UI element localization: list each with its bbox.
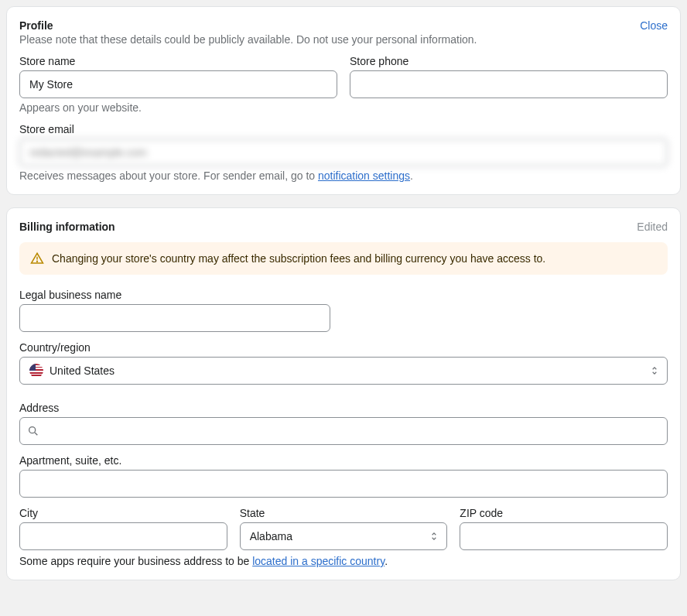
profile-title: Profile	[19, 19, 477, 32]
country-location-link[interactable]: located in a specific country	[252, 555, 385, 567]
store-email-label: Store email	[19, 123, 668, 135]
store-phone-field: Store phone	[350, 55, 668, 114]
zip-field: ZIP code	[460, 507, 668, 550]
billing-title: Billing information	[19, 221, 115, 233]
billing-note-suffix: .	[385, 555, 388, 567]
address-input[interactable]	[19, 417, 668, 445]
country-field: Country/region United States	[19, 341, 668, 385]
chevron-updown-icon	[649, 365, 660, 376]
city-label: City	[19, 507, 227, 519]
billing-note: Some apps require your business address …	[19, 555, 668, 567]
address-field: Address	[19, 402, 668, 445]
zip-label: ZIP code	[460, 507, 668, 519]
legal-name-input[interactable]	[19, 304, 330, 332]
billing-card: Billing information Edited Changing your…	[6, 207, 681, 580]
svg-line-3	[35, 433, 37, 435]
legal-name-label: Legal business name	[19, 289, 330, 301]
store-name-help: Appears on your website.	[19, 101, 337, 114]
profile-subtitle: Please note that these details could be …	[19, 33, 477, 46]
zip-input[interactable]	[460, 522, 668, 550]
svg-point-2	[29, 427, 36, 433]
billing-alert-text: Changing your store's country may affect…	[52, 252, 545, 265]
profile-card: Profile Please note that these details c…	[6, 6, 681, 195]
state-label: State	[240, 507, 448, 519]
store-email-input[interactable]	[19, 139, 668, 166]
state-select-wrap: Alabama	[240, 522, 448, 550]
store-email-field: Store email Receives messages about your…	[19, 123, 668, 182]
address-input-wrap	[19, 417, 668, 445]
city-input[interactable]	[19, 522, 227, 550]
store-email-help-suffix: .	[410, 169, 413, 182]
profile-row-1: Store name Appears on your website. Stor…	[19, 55, 668, 123]
store-email-help: Receives messages about your store. For …	[19, 169, 668, 182]
billing-alert: Changing your store's country may affect…	[19, 242, 668, 275]
svg-point-1	[37, 261, 38, 262]
state-select[interactable]: Alabama	[240, 522, 448, 550]
profile-header-left: Profile Please note that these details c…	[19, 19, 477, 55]
billing-note-prefix: Some apps require your business address …	[19, 555, 252, 567]
store-phone-label: Store phone	[350, 55, 668, 67]
state-field: State Alabama	[240, 507, 448, 550]
search-icon	[27, 425, 39, 437]
notification-settings-link[interactable]: notification settings	[318, 169, 410, 182]
store-name-label: Store name	[19, 55, 337, 67]
close-link[interactable]: Close	[640, 19, 668, 32]
address-label: Address	[19, 402, 668, 414]
country-select[interactable]: United States	[19, 357, 668, 385]
store-phone-input[interactable]	[350, 70, 668, 98]
state-value: Alabama	[250, 530, 292, 542]
apartment-field: Apartment, suite, etc.	[19, 454, 668, 498]
legal-name-field: Legal business name	[19, 289, 330, 332]
city-state-zip-row: City State Alabama ZIP code	[19, 507, 668, 550]
chevron-updown-icon	[429, 531, 439, 542]
store-name-input[interactable]	[19, 70, 337, 98]
city-field: City	[19, 507, 227, 550]
store-name-field: Store name Appears on your website.	[19, 55, 337, 114]
store-email-help-prefix: Receives messages about your store. For …	[19, 169, 318, 182]
apartment-label: Apartment, suite, etc.	[19, 454, 668, 467]
apartment-input[interactable]	[19, 470, 668, 498]
country-label: Country/region	[19, 341, 668, 354]
profile-header: Profile Please note that these details c…	[19, 19, 668, 55]
country-value: United States	[50, 364, 114, 377]
billing-header: Billing information Edited	[19, 221, 668, 234]
country-select-wrap: United States	[19, 357, 668, 385]
flag-us-icon	[29, 364, 43, 378]
warning-icon	[30, 252, 44, 265]
billing-edited-badge: Edited	[637, 221, 668, 233]
